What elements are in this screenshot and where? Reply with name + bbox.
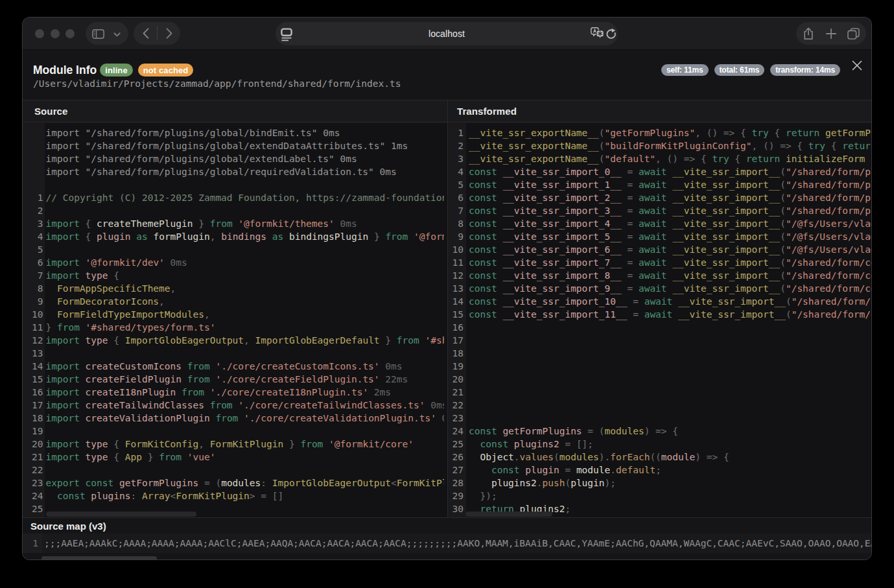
code-line: import "/shared/form/plugins/global/bind… [23, 126, 444, 139]
code-line: 20 [448, 373, 872, 386]
code-line: 9 FormDecoratorIcons, [23, 295, 444, 308]
code-line: 24const getFormPlugins = (modules) => { [448, 425, 872, 438]
source-panel-label: Source [34, 100, 67, 123]
transformed-panel-label: Transformed [457, 100, 517, 123]
code-line: import "/shared/form/plugins/global/requ… [23, 165, 444, 178]
timing-total: total: 61ms [714, 64, 765, 76]
code-line: 19 [23, 425, 444, 438]
code-line: 8const __vite_ssr_import_4__ = await __v… [448, 217, 872, 230]
code-line: 5const __vite_ssr_import_1__ = await __v… [448, 178, 872, 191]
code-line: 28 plugins2.push(plugin); [448, 476, 872, 489]
nav-buttons-group [134, 22, 180, 45]
code-line: 21import type { App } from 'vue' [23, 451, 444, 464]
code-line: import "/shared/form/plugins/global/exte… [23, 139, 444, 152]
traffic-close-button[interactable] [35, 29, 44, 38]
screen: localhost [0, 0, 894, 588]
code-line: 3__vite_ssr_exportName__("default", () =… [448, 152, 872, 165]
code-panels: Source Transformed import "/shared/form/… [23, 100, 871, 517]
tab-overview-icon[interactable] [847, 28, 860, 40]
code-line: 27 const plugin = module.default; [448, 464, 872, 476]
code-line: 16 [448, 321, 872, 334]
code-line: 7import type { [23, 269, 444, 282]
code-line: 17 [448, 334, 872, 347]
url-text: localhost [276, 22, 618, 45]
code-line: 12import type { ImportGlobEagerOutput, I… [23, 334, 444, 347]
sidebar-toggle-group[interactable] [86, 22, 128, 45]
code-line: 9const __vite_ssr_import_5__ = await __v… [448, 230, 872, 243]
badge-not-cached: not cached [138, 64, 194, 76]
chevron-down-icon [113, 32, 121, 37]
page-title: Module Info [33, 64, 97, 77]
forward-icon[interactable] [166, 28, 172, 39]
code-line: 1// Copyright (C) 2012-2025 Zammad Found… [23, 191, 444, 204]
code-line: 20import type { FormKitConfig, FormKitPl… [23, 438, 444, 451]
code-line: 6const __vite_ssr_import_2__ = await __v… [448, 191, 872, 204]
code-line: 10const __vite_ssr_import_6__ = await __… [448, 243, 872, 256]
code-line: 4const __vite_ssr_import_0__ = await __v… [448, 165, 872, 178]
code-line: 4import { plugin as formPlugin, bindings… [23, 230, 444, 243]
sourcemap-hscrollbar[interactable] [41, 556, 157, 561]
reload-icon[interactable] [606, 28, 617, 40]
sidebar-icon [92, 29, 104, 39]
sourcemap-mappings: ;;;AAEA;AAAkC;AAAA;AAAA;AAAA;AAClC;AAEA;… [38, 537, 872, 550]
code-line: 22 [23, 464, 444, 476]
code-line: 19 [448, 360, 872, 373]
timing-self: self: 11ms [661, 64, 709, 76]
code-line: 21 [448, 386, 872, 399]
address-bar[interactable]: localhost [276, 22, 618, 45]
code-line: 29 }); [448, 489, 872, 502]
transformed-code: 1__vite_ssr_exportName__("getFormPlugins… [448, 126, 872, 515]
code-line: 14const __vite_ssr_import_10__ = await _… [448, 295, 872, 308]
code-line: 13 [23, 347, 444, 360]
browser-window: localhost [22, 17, 872, 560]
code-line: 24 const plugins: Array<FormKitPlugin> =… [23, 489, 444, 502]
sourcemap-section: Source map (v3) 1 ;;;AAEA;AAAkC;AAAA;AAA… [23, 517, 871, 560]
code-line: 2 [23, 204, 444, 217]
code-line: 22 [448, 399, 872, 412]
code-line: 15import createFieldPlugin from './core/… [23, 373, 444, 386]
code-line: 15const __vite_ssr_import_11__ = await _… [448, 308, 872, 321]
code-line: 8 FormAppSpecificTheme, [23, 282, 444, 295]
code-line: 11const __vite_ssr_import_7__ = await __… [448, 256, 872, 269]
badge-inline: inline [100, 64, 133, 76]
sourcemap-line-number: 1 [23, 537, 38, 550]
traffic-zoom-button[interactable] [65, 29, 75, 38]
code-line [23, 178, 444, 191]
panel-divider [447, 100, 448, 518]
code-line: 13const __vite_ssr_import_9__ = await __… [448, 282, 872, 295]
back-icon[interactable] [143, 28, 149, 39]
timing-badges: self: 11ms total: 61ms transform: 14ms [661, 64, 840, 76]
code-line: 7const __vite_ssr_import_3__ = await __v… [448, 204, 872, 217]
share-icon[interactable] [803, 27, 814, 40]
transformed-code-panel[interactable]: 1__vite_ssr_exportName__("getFormPlugins… [448, 123, 872, 518]
code-line: 18import createValidationPlugin from './… [23, 412, 444, 425]
toolbar-right-group [796, 22, 866, 45]
code-line: 17import createTailwindClasses from './c… [23, 399, 444, 412]
code-line: 26 Object.values(modules).forEach((modul… [448, 451, 872, 464]
source-code-panel[interactable]: import "/shared/form/plugins/global/bind… [23, 123, 448, 518]
code-line: 23export const getFormPlugins = (modules… [23, 476, 444, 489]
source-hscrollbar[interactable] [46, 512, 196, 517]
code-line: 3import { createThemePlugin } from '@for… [23, 217, 444, 230]
code-line: 2__vite_ssr_exportName__("buildFormKitPl… [448, 139, 872, 152]
code-line: 16import createI18nPlugin from './core/c… [23, 386, 444, 399]
sourcemap-label: Source map (v3) [30, 518, 106, 534]
code-line: 10 FormFieldTypeImportModules, [23, 308, 444, 321]
code-line: 18 [448, 347, 872, 360]
translate-icon[interactable] [591, 27, 604, 40]
code-line: 23 [448, 412, 872, 425]
code-line: 25 const plugins2 = []; [448, 438, 872, 451]
code-line: import "/shared/form/plugins/global/exte… [23, 152, 444, 165]
code-line: 12const __vite_ssr_import_8__ = await __… [448, 269, 872, 282]
new-tab-icon[interactable] [826, 29, 836, 39]
code-line: 6import '@formkit/dev' 0ms [23, 256, 444, 269]
module-path: /Users/vladimir/Projects/zammad/app/fron… [33, 78, 401, 89]
traffic-minimize-button[interactable] [51, 29, 60, 38]
code-line: 5 [23, 243, 444, 256]
nav-separator [157, 27, 158, 40]
close-icon[interactable] [852, 60, 862, 71]
timing-transform: transform: 14ms [770, 64, 840, 76]
sourcemap-row[interactable]: 1 ;;;AAEA;AAAkC;AAAA;AAAA;AAAA;AAClC;AAE… [23, 534, 871, 553]
transformed-hscrollbar[interactable] [465, 512, 552, 517]
source-code: import "/shared/form/plugins/global/bind… [23, 126, 444, 515]
